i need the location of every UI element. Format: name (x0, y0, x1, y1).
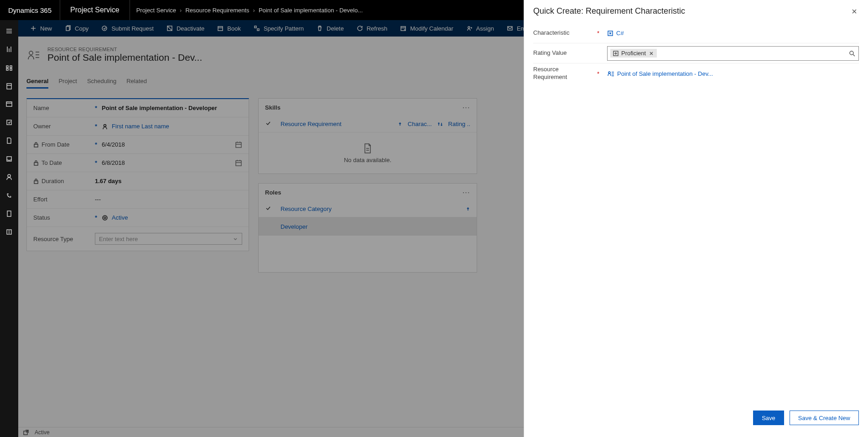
rail-item-5[interactable] (0, 113, 18, 132)
copy-button[interactable]: Copy (58, 20, 95, 37)
col-rating[interactable]: Rating .. (448, 121, 470, 127)
book-button[interactable]: Book (211, 20, 247, 37)
col-characteristic[interactable]: Charac... (408, 121, 432, 127)
skills-title: Skills (265, 104, 281, 111)
select-all-icon[interactable] (265, 120, 275, 128)
menu-toggle-button[interactable] (0, 22, 18, 40)
svg-point-13 (468, 26, 470, 28)
rail-item-3[interactable] (0, 77, 18, 95)
no-data-text: No data available. (344, 157, 391, 163)
module-name[interactable]: Project Service (60, 0, 130, 20)
col-resource-req[interactable]: Resource Requirement (281, 121, 392, 127)
resource-req-value[interactable]: Point of Sale implementation - Dev... (617, 70, 713, 77)
svg-rect-20 (236, 161, 241, 166)
popout-icon[interactable] (23, 429, 29, 436)
status-value[interactable]: Active (112, 214, 128, 221)
refresh-button[interactable]: Refresh (350, 20, 394, 37)
required-marker: * (597, 30, 603, 37)
crumb-1[interactable]: Resource Requirements (185, 7, 249, 14)
rating-pill[interactable]: Proficient (610, 49, 657, 58)
to-date-label: To Date (42, 159, 62, 166)
calendar-icon[interactable] (235, 159, 242, 167)
rail-item-2[interactable] (0, 58, 18, 77)
delete-button[interactable]: Delete (310, 20, 350, 37)
required-dot: * (95, 123, 97, 130)
tab-general[interactable]: General (26, 75, 48, 89)
resource-type-label: Resource Type (33, 236, 73, 242)
svg-rect-6 (66, 26, 69, 31)
svg-rect-5 (7, 230, 11, 234)
svg-rect-19 (34, 163, 38, 165)
svg-point-22 (103, 216, 107, 220)
save-button[interactable]: Save (753, 411, 784, 425)
role-value[interactable]: Developer (281, 223, 307, 230)
resource-req-label: Resource Requirement (533, 66, 593, 81)
specify-pattern-button[interactable]: Specify Pattern (247, 20, 310, 37)
chevron-right-icon: › (180, 7, 182, 14)
skills-card: Skills··· Resource Requirement Charac...… (258, 98, 477, 174)
calendar-icon[interactable] (235, 141, 242, 148)
rail-item-1[interactable] (0, 40, 18, 58)
svg-rect-1 (7, 120, 11, 125)
breadcrumb: Project Service› Resource Requirements› … (130, 0, 369, 20)
svg-point-7 (102, 26, 107, 31)
chevron-right-icon: › (253, 7, 255, 14)
quick-create-panel: Quick Create: Requirement Characteristic… (524, 0, 868, 437)
rail-item-9[interactable] (0, 186, 18, 205)
owner-label: Owner (33, 123, 51, 130)
rail-item-11[interactable] (0, 223, 18, 241)
characteristic-value[interactable]: C# (616, 30, 624, 37)
resource-requirement-icon (26, 47, 41, 62)
sort-up-icon[interactable] (398, 122, 402, 126)
crumb-2[interactable]: Point of Sale implementation - Develo... (259, 7, 363, 14)
modify-calendar-button[interactable]: Modify Calendar (394, 20, 460, 37)
duration-value: 1.67 days (95, 178, 122, 184)
deactivate-button[interactable]: Deactivate (160, 20, 211, 37)
more-icon[interactable]: ··· (463, 189, 470, 196)
rail-item-6[interactable] (0, 132, 18, 150)
from-date-value[interactable]: 6/4/2018 (102, 141, 125, 148)
left-rail (0, 20, 18, 437)
save-create-new-button[interactable]: Save & Create New (790, 411, 859, 425)
rail-item-4[interactable] (0, 95, 18, 113)
pattern-label: Specify Pattern (264, 25, 304, 32)
rail-item-7[interactable] (0, 150, 18, 168)
tab-scheduling[interactable]: Scheduling (87, 75, 116, 89)
resource-type-select[interactable]: Enter text here (95, 233, 242, 245)
submit-label: Submit Request (111, 25, 154, 32)
rating-input[interactable]: Proficient (607, 46, 859, 61)
rail-item-10[interactable] (0, 205, 18, 223)
sort-up-icon[interactable] (466, 207, 470, 211)
person-icon (102, 123, 108, 130)
new-button[interactable]: New (24, 20, 58, 37)
brand[interactable]: Dynamics 365 (0, 0, 60, 20)
svg-rect-18 (236, 142, 241, 147)
sort-updown-icon[interactable] (437, 122, 443, 126)
search-icon[interactable] (848, 50, 856, 57)
delete-label: Delete (327, 25, 344, 32)
tab-project[interactable]: Project (58, 75, 77, 89)
submit-request-button[interactable]: Submit Request (95, 20, 160, 37)
select-all-icon[interactable] (265, 205, 275, 213)
resource-req-icon (607, 70, 614, 77)
status-label: Status (33, 214, 50, 221)
rail-item-8[interactable] (0, 168, 18, 186)
close-button[interactable] (850, 7, 859, 16)
svg-point-23 (104, 217, 106, 219)
crumb-0[interactable]: Project Service (136, 7, 176, 14)
assign-button[interactable]: Assign (460, 20, 500, 37)
name-value[interactable]: Point of Sale implementation - Developer (102, 105, 217, 111)
required-marker: * (597, 70, 603, 77)
owner-value[interactable]: First name Last name (112, 123, 169, 130)
more-icon[interactable]: ··· (463, 104, 470, 111)
table-row[interactable]: Developer (259, 217, 477, 236)
status-icon (102, 215, 108, 221)
svg-point-3 (8, 174, 10, 177)
tab-related[interactable]: Related (126, 75, 147, 89)
col-resource-category[interactable]: Resource Category (281, 205, 460, 212)
assign-label: Assign (476, 25, 494, 32)
remove-icon[interactable] (649, 51, 654, 56)
effort-value[interactable]: --- (95, 196, 101, 203)
copy-label: Copy (75, 25, 88, 32)
to-date-value[interactable]: 6/8/2018 (102, 159, 125, 166)
